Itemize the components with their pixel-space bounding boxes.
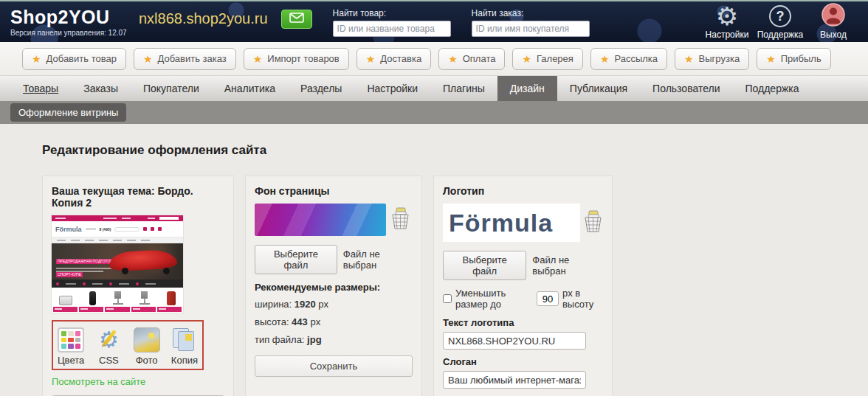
- preview-site-logo: Förmula: [55, 226, 82, 233]
- theme-tool-colors[interactable]: Цвета: [58, 327, 84, 366]
- support-label: Поддержка: [756, 29, 805, 40]
- theme-tool-copy[interactable]: Копия: [171, 327, 198, 366]
- envelope-icon: [289, 13, 304, 25]
- theme-panel-title: Ваша текущая тема: Бордо. Копия 2: [52, 185, 224, 209]
- trash-icon[interactable]: [390, 207, 410, 232]
- star-icon: ★: [600, 53, 610, 65]
- preview-products-row: [52, 288, 183, 307]
- resize-height-input[interactable]: [537, 291, 559, 306]
- profit-button[interactable]: ★Прибыль: [757, 48, 831, 70]
- preview-topbar: [52, 215, 183, 221]
- product-search-group: Найти товар:: [333, 8, 451, 37]
- gallery-button[interactable]: ★Галерея: [512, 48, 582, 70]
- order-search-label: Найти заказ:: [472, 8, 590, 18]
- logo-file-status: Файл не выбран: [532, 254, 603, 277]
- mailing-label: Рассылка: [614, 53, 658, 64]
- resize-checkbox[interactable]: [443, 294, 452, 303]
- logo-text-input[interactable]: [443, 332, 586, 350]
- add-order-button[interactable]: ★Добавить заказ: [134, 48, 236, 70]
- top-header: Shop2YOU Версия панели управления: 12.07…: [0, 0, 868, 42]
- logo-choose-file-button[interactable]: Выберите файл: [443, 251, 526, 280]
- resize-row: Уменьшить размер до px в высоту: [443, 288, 603, 310]
- background-file-status: Файл не выбран: [343, 249, 413, 271]
- gear-pencil-icon: ⚙: [95, 327, 122, 352]
- theme-tool-css[interactable]: ⚙ CSS: [95, 327, 122, 366]
- tab-analytics[interactable]: Аналитика: [212, 76, 288, 101]
- star-icon: ★: [32, 53, 41, 65]
- add-product-label: Добавить товар: [46, 53, 117, 64]
- trash-icon[interactable]: [583, 210, 603, 235]
- panels-row: Ваша текущая тема: Бордо. Копия 2 Förmul…: [42, 176, 868, 396]
- exit-button[interactable]: Выход: [809, 4, 858, 40]
- mailing-button[interactable]: ★Рассылка: [590, 48, 667, 70]
- star-icon: ★: [143, 53, 153, 65]
- quick-actions-toolbar: ★Добавить товар ★Добавить заказ ★Импорт …: [0, 42, 868, 76]
- tab-plugins[interactable]: Плагины: [430, 76, 497, 101]
- tab-products[interactable]: Товары: [10, 76, 71, 101]
- delivery-button[interactable]: ★Доставка: [356, 48, 431, 70]
- logo-panel-title: Логотип: [443, 185, 603, 197]
- profit-label: Прибыль: [781, 53, 822, 64]
- preview-product-microwave: [59, 296, 72, 305]
- gear-icon: ⚙: [716, 5, 738, 27]
- background-image-preview: [255, 204, 386, 236]
- design-subtabs: Оформление витрины: [0, 101, 868, 124]
- tab-users[interactable]: Пользователи: [640, 76, 732, 101]
- order-search-input[interactable]: [472, 21, 590, 37]
- user-icon: [822, 3, 845, 29]
- background-choose-file-button[interactable]: Выберите файл: [255, 245, 337, 274]
- product-search-input[interactable]: [333, 21, 451, 37]
- copy-icon: [171, 327, 198, 352]
- panel-version: Версия панели управления: 12.07: [10, 29, 134, 37]
- tab-sections[interactable]: Разделы: [288, 76, 354, 101]
- main-tabs: Товары Заказы Покупатели Аналитика Разде…: [0, 76, 868, 101]
- photo-icon: [134, 327, 160, 352]
- preview-product-chair: [140, 291, 150, 305]
- slogan-input[interactable]: [443, 371, 586, 389]
- tab-settings[interactable]: Настройки: [354, 76, 430, 101]
- palette-icon: [58, 327, 84, 352]
- tab-customers[interactable]: Покупатели: [131, 76, 212, 101]
- shop-domain-link[interactable]: nxl868.shop2you.ru: [139, 10, 268, 27]
- logo-text-label: Текст логотипа: [443, 317, 603, 328]
- star-icon: ★: [522, 53, 531, 65]
- app-root: Shop2YOU Версия панели управления: 12.07…: [0, 0, 868, 396]
- spec-width: ширина: 1920 px: [255, 299, 413, 310]
- star-icon: ★: [253, 53, 263, 65]
- preview-product-bag: [167, 291, 176, 305]
- current-theme-panel: Ваша текущая тема: Бордо. Копия 2 Förmul…: [42, 176, 234, 396]
- support-button[interactable]: ? Поддержка: [756, 4, 805, 40]
- import-products-button[interactable]: ★Импорт товаров: [244, 48, 349, 70]
- subtab-storefront-design[interactable]: Оформление витрины: [10, 103, 126, 122]
- tab-orders[interactable]: Заказы: [71, 76, 131, 101]
- payment-button[interactable]: ★Оплата: [438, 48, 505, 70]
- add-product-button[interactable]: ★Добавить товар: [22, 48, 126, 70]
- tab-design[interactable]: Дизайн: [497, 76, 557, 101]
- delivery-label: Доставка: [380, 53, 421, 64]
- save-background-button[interactable]: Сохранить: [255, 355, 413, 377]
- exit-label: Выход: [809, 29, 858, 40]
- theme-tools-highlight-box: Цвета ⚙ CSS Фото: [52, 320, 204, 370]
- logo-image-preview: Förmula: [443, 204, 580, 242]
- export-label: Выгрузка: [699, 53, 740, 64]
- preview-caption: Лидеры продаж: [52, 312, 183, 313]
- view-on-site-link[interactable]: Посмотреть на сайте: [52, 376, 145, 387]
- export-button[interactable]: ★Выгрузка: [675, 48, 749, 70]
- preview-nav: [52, 237, 183, 243]
- preview-search-box: [114, 227, 140, 232]
- app-logo: Shop2YOU: [10, 7, 134, 28]
- theme-preview-image[interactable]: Förmula 8 (495) ПРЕДПРОДАЖНАЯ ПОДГОТОВКА…: [52, 215, 183, 313]
- theme-tool-photo[interactable]: Фото: [134, 327, 160, 366]
- tab-support[interactable]: Поддержка: [732, 76, 811, 101]
- payment-label: Оплата: [463, 53, 496, 64]
- star-icon: ★: [766, 53, 776, 65]
- question-icon: ?: [769, 5, 791, 27]
- order-search-group: Найти заказ:: [472, 8, 590, 37]
- mail-button[interactable]: [281, 10, 312, 29]
- tab-publication[interactable]: Публикация: [557, 76, 640, 101]
- settings-label: Настройки: [703, 29, 751, 40]
- logo-formula-text: Förmula: [449, 209, 553, 237]
- settings-button[interactable]: ⚙ Настройки: [703, 4, 751, 40]
- page-title: Редактирование оформления сайта: [42, 143, 868, 158]
- brand-block: Shop2YOU Версия панели управления: 12.07: [10, 7, 134, 37]
